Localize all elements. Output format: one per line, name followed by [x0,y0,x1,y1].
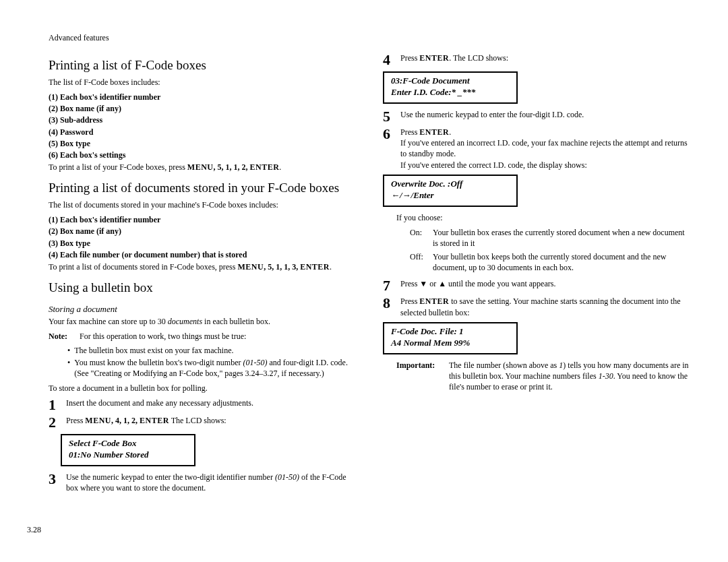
bullet-item: The bulletin box must exist on your fax … [67,345,356,356]
list1-item: (5) Box type [49,138,356,149]
bullet-icon [67,357,70,379]
lcd-display-1: Select F-Code Box 01:No Number Stored [61,434,195,466]
step-number: 6 [383,127,395,142]
heading-bulletin-box: Using a bulletin box [49,279,356,296]
heading-print-fcode-boxes: Printing a list of F-Code boxes [49,57,356,74]
list2-item: (1) Each box's identifier number [49,214,356,225]
step-7: 7 Press ▼ or ▲ until the mode you want a… [383,278,690,293]
page-number: 3.28 [27,524,41,535]
note-body: For this operation to work, two things m… [80,331,246,342]
note-block: Note: For this operation to work, two th… [49,331,356,342]
choice-on: On: Your bulletin box erases the current… [410,227,690,249]
right-column: 4 Press ENTER. The LCD shows: 03:F-Code … [383,50,690,496]
heading-print-docs: Printing a list of documents stored in y… [49,179,356,197]
store-capacity: Your fax machine can store up to 30 docu… [49,316,356,327]
content-columns: Printing a list of F-Code boxes The list… [49,50,690,496]
important-label: Important: [396,360,445,393]
list2-item: (3) Box type [49,238,356,249]
note-label: Note: [49,331,75,342]
step-1: 1 Insert the document and make any neces… [49,398,356,412]
list1-item: (1) Each box's identifier number [49,92,356,102]
bullet-icon [67,345,70,356]
subheading-storing: Storing a document [49,303,356,315]
page-header: Advanced features [49,32,690,43]
step-number: 7 [383,278,395,293]
note-bullets: The bulletin box must exist on your fax … [67,345,356,379]
list1-item: (3) Sub-address [49,115,356,125]
step-5: 5 Use the numeric keypad to enter the fo… [383,109,690,124]
intro-list2: The list of documents stored in your mac… [49,199,356,210]
step-number: 4 [383,53,395,67]
bullet-item: You must know the bulletin box's two-dig… [67,357,356,379]
if-choose-label: If you choose: [396,212,690,223]
step-number: 3 [49,472,61,487]
store-line: To store a document in a bulletin box fo… [49,383,356,394]
list1-item: (4) Password [49,127,356,137]
step-number: 2 [49,415,61,430]
step-3: 3 Use the numeric keypad to enter the tw… [49,472,356,493]
step-8: 8 Press ENTER to save the setting. Your … [383,296,690,317]
step-number: 5 [383,109,395,124]
step-4: 4 Press ENTER. The LCD shows: [383,53,690,67]
list1-item: (6) Each box's settings [49,150,356,160]
important-body: The file number (shown above as 1) tells… [449,360,690,393]
print-instruction-2: To print a list of documents stored in F… [49,261,356,272]
print-instruction-1: To print a list of your F-Code boxes, pr… [49,162,356,173]
manual-page: Advanced features Printing a list of F-C… [0,0,728,562]
list1-item: (2) Box name (if any) [49,103,356,114]
left-column: Printing a list of F-Code boxes The list… [49,50,356,496]
list2-item: (2) Box name (if any) [49,226,356,237]
choice-off: Off: Your bulletin box keeps both the cu… [410,251,690,273]
step-number: 1 [49,398,61,412]
lcd-display-3: Overwrite Doc. :Off ←/→/Enter [383,175,518,207]
intro-list1: The list of F-Code boxes includes: [49,77,356,88]
list2-item: (4) Each file number (or document number… [49,249,356,260]
step-2: 2 Press MENU, 4, 1, 2, ENTER The LCD sho… [49,415,356,430]
step-6: 6 Press ENTER. If you've entered an inco… [383,127,690,170]
important-block: Important: The file number (shown above … [396,360,690,393]
if-choose-block: If you choose: On: Your bulletin box era… [396,212,690,274]
lcd-display-2: 03:F-Code Document Enter I.D. Code:* _**… [383,71,518,104]
step-number: 8 [383,296,395,311]
lcd-display-4: F-Code Doc. File: 1 A4 Normal Mem 99% [383,322,518,354]
